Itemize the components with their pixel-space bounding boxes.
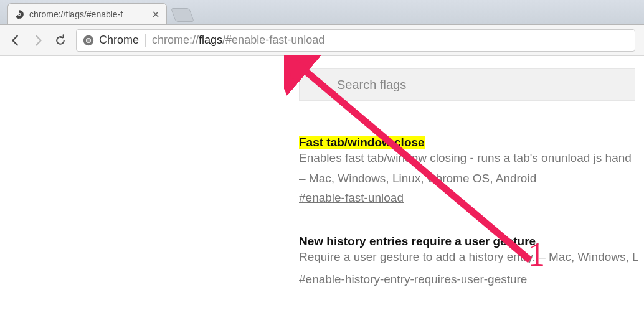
svg-point-5 [87,38,90,42]
omnibox-divider [145,34,146,47]
url-text: chrome://flags/#enable-fast-unload [152,34,324,47]
flag-anchor-link[interactable]: #enable-history-entry-requires-user-gest… [299,273,527,286]
url-host: flags [199,34,222,46]
address-bar[interactable]: Chrome chrome://flags/#enable-fast-unloa… [76,29,635,52]
browser-toolbar: Chrome chrome://flags/#enable-fast-unloa… [0,25,644,56]
search-flags-input[interactable]: Search flags [299,68,635,101]
flag-description-text: Require a user gesture to add a history … [299,250,536,263]
forward-button[interactable] [31,34,45,47]
flag-title: Fast tab/window close [299,136,425,149]
flag-platforms: – Mac, Windows, L [536,250,639,263]
flag-title: New history entries require a user gestu… [299,235,539,248]
site-chip: Chrome [83,34,139,47]
site-label: Chrome [99,34,139,47]
chrome-icon [83,35,94,46]
back-button[interactable] [9,34,22,47]
radiation-icon [14,9,24,19]
tab-strip: chrome://flags/#enable-f [0,0,644,25]
url-scheme: chrome:// [152,34,199,46]
url-path: /#enable-fast-unload [222,34,324,46]
flag-item: New history entries require a user gestu… [299,235,644,286]
flag-platforms: – Mac, Windows, Linux, Chrome OS, Androi… [299,170,644,188]
svg-point-2 [19,13,21,15]
page-content: Search flags Fast tab/window close Enabl… [0,56,644,286]
new-tab-button[interactable] [171,8,194,22]
flag-description: Require a user gesture to add a history … [299,248,644,266]
flag-item: Fast tab/window close Enables fast tab/w… [299,136,644,205]
flag-description: Enables fast tab/window closing - runs a… [299,149,644,167]
search-placeholder: Search flags [337,78,406,92]
reload-button[interactable] [54,34,67,47]
close-icon[interactable] [151,10,160,19]
tab-title: chrome://flags/#enable-f [29,9,151,19]
browser-tab[interactable]: chrome://flags/#enable-f [7,3,167,24]
flag-anchor-link[interactable]: #enable-fast-unload [299,191,404,205]
